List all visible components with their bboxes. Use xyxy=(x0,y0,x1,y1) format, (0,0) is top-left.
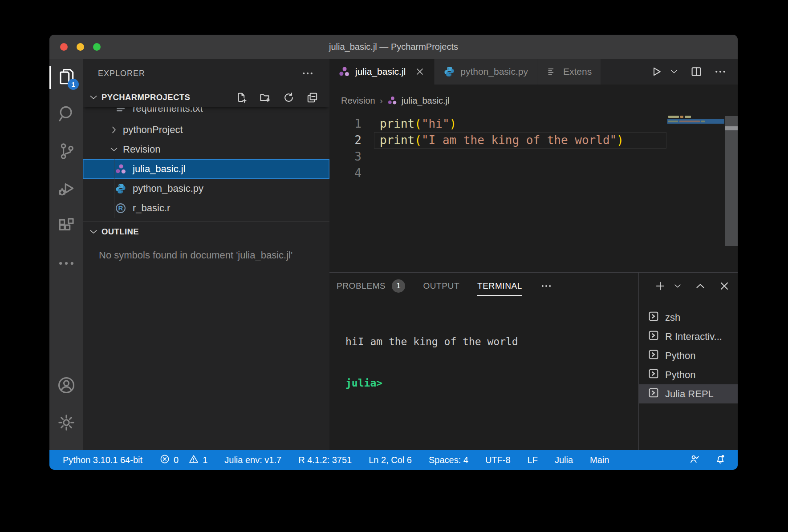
file-tree: requirements.txtpythonProjectRevisionjul… xyxy=(83,107,329,218)
terminal-dropdown-icon[interactable] xyxy=(673,281,682,291)
status-eol[interactable]: LF xyxy=(528,455,538,465)
tree-item-julia-basic-jl[interactable]: julia_basic.jl xyxy=(83,159,329,179)
settings-icon xyxy=(57,413,76,434)
terminal-instance-python[interactable]: Python xyxy=(638,365,738,384)
panel-header: PROBLEMS1OUTPUTTERMINAL xyxy=(329,273,738,299)
tree-indent-guide xyxy=(114,159,114,218)
status-python-version[interactable]: Python 3.10.1 64-bit xyxy=(63,455,142,465)
tree-item-revision[interactable]: Revision xyxy=(83,140,329,159)
split-editor-button[interactable] xyxy=(690,65,703,78)
chevron-down-icon xyxy=(88,226,99,237)
line-content xyxy=(362,149,380,165)
terminal-icon xyxy=(647,310,660,325)
close-panel-button[interactable] xyxy=(718,280,731,292)
activity-item-explorer[interactable]: 1 xyxy=(49,59,83,96)
extensions-list-icon xyxy=(546,66,558,77)
breadcrumb-file[interactable]: julia_basic.jl xyxy=(402,96,450,106)
status-language-mode[interactable]: Julia xyxy=(555,455,573,465)
status-indentation[interactable]: Spaces: 4 xyxy=(429,455,468,465)
status-julia-env[interactable]: Julia env: v1.7 xyxy=(224,455,281,465)
editor-tab-julia-basic-jl[interactable]: julia_basic.jl xyxy=(329,59,435,85)
run-file-button[interactable] xyxy=(650,65,663,78)
panel-more-tabs-icon[interactable] xyxy=(540,280,552,292)
tree-item-pythonproject[interactable]: pythonProject xyxy=(83,120,329,140)
status-label: UTF-8 xyxy=(485,455,511,465)
terminal-list: zshR Interactiv...PythonPythonJulia REPL xyxy=(638,299,738,450)
terminal-instance-python[interactable]: Python xyxy=(638,346,738,365)
python-icon xyxy=(443,66,455,77)
status-branch[interactable]: Main xyxy=(590,455,609,465)
more-editor-actions-button[interactable] xyxy=(714,65,727,78)
zoom-window-button[interactable] xyxy=(93,43,101,51)
problems-count-badge: 1 xyxy=(392,279,405,293)
panel-body: hiI am the king of the world julia> zshR… xyxy=(329,299,738,450)
editor-scrollbar[interactable] xyxy=(725,116,738,246)
tree-item-r-basic-r[interactable]: Rr_basic.r xyxy=(83,198,329,218)
activity-item-source-control[interactable] xyxy=(49,133,83,171)
editor-tab-extens[interactable]: Extens xyxy=(537,59,601,85)
new-terminal-button[interactable] xyxy=(654,280,666,292)
status-problems[interactable]: 01 xyxy=(159,454,207,467)
tree-item-label: Revision xyxy=(123,144,160,155)
desktop-background: julia_basic.jl — PycharmProjects 1 EXPLO… xyxy=(0,0,788,532)
workbench: 1 EXPLORER PYCHARMPROJECTS requirements.… xyxy=(49,59,738,450)
tree-item-requirements-txt[interactable]: requirements.txt xyxy=(83,107,329,118)
status-cursor-position[interactable]: Ln 2, Col 6 xyxy=(369,455,412,465)
terminal-instance-r-interactiv-[interactable]: R Interactiv... xyxy=(638,327,738,346)
bottom-panel: PROBLEMS1OUTPUTTERMINAL hiI am the king … xyxy=(329,272,738,450)
activity-item-more[interactable] xyxy=(49,246,83,283)
line-number: 1 xyxy=(329,116,362,132)
panel-tab-label: OUTPUT xyxy=(423,281,459,291)
terminal-instance-julia-repl[interactable]: Julia REPL xyxy=(638,384,738,403)
run-debug-icon xyxy=(57,179,76,200)
minimap[interactable] xyxy=(667,116,724,124)
code-line-2: 2print("I am the king of the world") xyxy=(329,132,738,149)
activity-item-search[interactable] xyxy=(49,96,83,133)
code-editor[interactable]: 1print("hi")2print("I am the king of the… xyxy=(329,112,738,272)
accounts-icon xyxy=(57,375,76,397)
julia-file-icon xyxy=(115,163,126,175)
section-header-pycharmprojects[interactable]: PYCHARMPROJECTS xyxy=(83,88,329,107)
refresh-button[interactable] xyxy=(282,91,295,104)
breadcrumb: Revision › julia_basic.jl xyxy=(329,85,738,112)
terminal-icon xyxy=(647,367,660,383)
new-file-button[interactable] xyxy=(235,91,248,104)
tree-item-python-basic-py[interactable]: python_basic.py xyxy=(83,179,329,198)
editor-tab-python-basic-py[interactable]: python_basic.py xyxy=(435,59,537,85)
terminal-output-area[interactable]: hiI am the king of the world julia> xyxy=(329,299,638,450)
search-icon xyxy=(57,104,76,125)
activity-item-accounts[interactable] xyxy=(49,367,83,405)
run-dropdown-icon[interactable] xyxy=(674,67,679,77)
status-encoding[interactable]: UTF-8 xyxy=(485,455,511,465)
status-feedback-button[interactable] xyxy=(689,453,700,467)
panel-actions xyxy=(654,280,731,292)
line-content xyxy=(362,165,380,181)
panel-tab-output[interactable]: OUTPUT xyxy=(423,273,459,299)
warning-icon xyxy=(188,454,199,467)
breadcrumb-folder[interactable]: Revision xyxy=(341,96,375,106)
status-r-version[interactable]: R 4.1.2: 3751 xyxy=(298,455,352,465)
terminal-instance-zsh[interactable]: zsh xyxy=(638,308,738,327)
outline-header[interactable]: OUTLINE xyxy=(83,222,329,242)
maximize-panel-button[interactable] xyxy=(694,280,707,292)
minimize-window-button[interactable] xyxy=(77,43,84,51)
panel-tab-terminal[interactable]: TERMINAL xyxy=(477,273,522,299)
new-folder-button[interactable] xyxy=(259,91,272,104)
activity-item-run-debug[interactable] xyxy=(49,171,83,208)
editor-actions xyxy=(639,59,738,85)
close-tab-icon[interactable] xyxy=(414,66,425,77)
terminal-instance-label: zsh xyxy=(665,312,680,323)
terminal-instance-label: R Interactiv... xyxy=(665,331,722,343)
activity-item-extensions[interactable] xyxy=(49,208,83,246)
title-bar: julia_basic.jl — PycharmProjects xyxy=(49,35,738,59)
sidebar-more-actions-icon[interactable] xyxy=(301,67,314,80)
close-window-button[interactable] xyxy=(60,43,68,51)
panel-divider[interactable] xyxy=(638,273,639,450)
collapse-all-button[interactable] xyxy=(306,91,319,104)
panel-tab-problems[interactable]: PROBLEMS1 xyxy=(337,273,405,299)
terminal-output-line: hiI am the king of the world xyxy=(345,335,638,349)
status-bell-button[interactable] xyxy=(715,453,726,467)
status-label: Spaces: 4 xyxy=(429,455,468,465)
activity-item-settings[interactable] xyxy=(49,405,83,442)
editor-tab-bar: julia_basic.jlpython_basic.pyExtens xyxy=(329,59,738,85)
